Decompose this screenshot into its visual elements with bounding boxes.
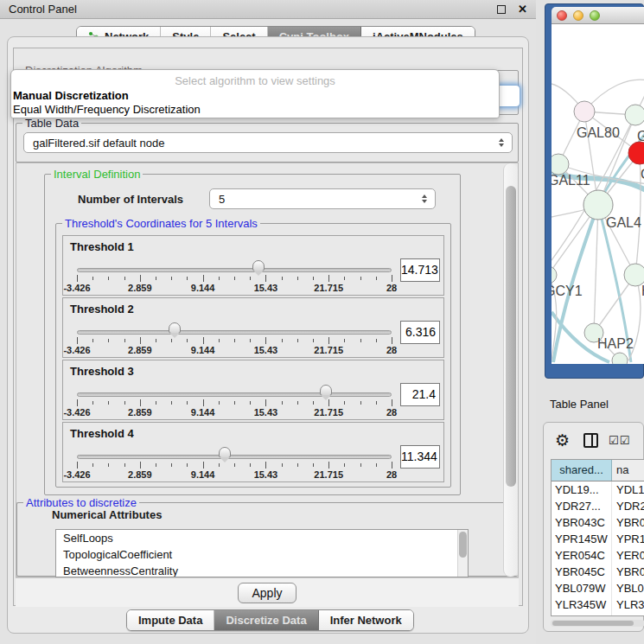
threshold-slider-track[interactable] xyxy=(77,268,392,272)
table-cell: YER0 xyxy=(612,547,644,564)
columns-icon[interactable] xyxy=(583,433,598,448)
column-header-shared[interactable]: shared... xyxy=(552,460,612,481)
zoom-traffic-light-icon[interactable] xyxy=(590,10,600,21)
threshold-slider-track[interactable] xyxy=(77,455,392,459)
network-node[interactable] xyxy=(628,142,644,164)
tick-mark xyxy=(156,339,156,342)
threshold-slider-handle[interactable] xyxy=(169,322,181,334)
tick-mark xyxy=(344,277,345,280)
table-horizontal-scrollbar[interactable] xyxy=(551,620,644,627)
tick-mark xyxy=(282,401,283,405)
tick-mark xyxy=(234,277,235,280)
tick-mark xyxy=(376,339,377,342)
float-window-icon[interactable] xyxy=(497,5,506,14)
table-scroll-thumb[interactable] xyxy=(552,621,634,626)
tick-mark xyxy=(313,401,314,405)
dropdown-item-equal-width-frequency[interactable]: Equal Width/Frequency Discretization xyxy=(11,103,499,117)
settings-scroll-thumb[interactable] xyxy=(506,186,516,487)
table-cell: YPR1 xyxy=(612,531,644,547)
network-canvas[interactable]: GAL80GACGAL11GAL4GCY1HHAP2 xyxy=(552,24,644,364)
table-toolbar xyxy=(544,423,643,457)
close-traffic-light-icon[interactable] xyxy=(557,10,567,21)
threshold-panel: Threshold 3 -3.4262.8599.14415.4321.7152… xyxy=(62,360,444,420)
tick-mark xyxy=(219,401,220,405)
minimize-traffic-light-icon[interactable] xyxy=(573,10,583,21)
node-attribute-table[interactable]: shared... na YDL19...YDL1YDR27...YDR2YBR… xyxy=(551,459,644,616)
apply-button[interactable]: Apply xyxy=(238,583,296,603)
table-row[interactable]: YER054CYER0 xyxy=(552,547,644,564)
list-scroll-thumb[interactable] xyxy=(459,532,467,558)
tick-mark xyxy=(77,275,78,282)
settings-scrollbar[interactable] xyxy=(503,163,518,577)
numerical-attributes-label: Numerical Attributes xyxy=(52,508,162,521)
interval-definition-section: Interval Definition Number of Intervals … xyxy=(44,174,461,495)
threshold-slider-handle[interactable] xyxy=(252,260,265,271)
numerical-attributes-list[interactable]: SelfLoopsTopologicalCoefficientBetweenne… xyxy=(55,529,469,577)
checkbox-icons[interactable] xyxy=(609,434,630,447)
table-data-combo[interactable]: galFiltered.sif default node xyxy=(23,132,513,153)
tick-mark xyxy=(250,401,251,405)
attribute-item[interactable]: BetweennessCentrality xyxy=(56,563,468,577)
table-row[interactable]: YDL19...YDL1 xyxy=(552,481,644,498)
tick-mark xyxy=(219,339,220,342)
dropdown-item-manual-discretization[interactable]: Manual Discretization xyxy=(11,89,499,103)
tick-mark xyxy=(392,399,392,406)
network-window[interactable]: GAL80GACGAL11GAL4GCY1HHAP2 xyxy=(552,7,644,364)
scale-label: -3.426 xyxy=(63,469,90,480)
cyni-toolbox-panel: Discretization Algorithm Table Data galF… xyxy=(7,36,529,634)
column-header-name[interactable]: na xyxy=(612,460,644,481)
tick-mark xyxy=(297,463,298,467)
tab-label: Infer Network xyxy=(330,614,402,627)
threshold-value-field[interactable]: 21.4 xyxy=(400,383,440,406)
table-cell: YPR145W xyxy=(552,531,612,547)
table-row[interactable]: YIL052CYIL0 xyxy=(552,613,644,616)
network-node[interactable] xyxy=(552,154,569,175)
node-label: GAL80 xyxy=(577,125,620,140)
network-node[interactable] xyxy=(552,266,557,284)
threshold-label: Threshold 3 xyxy=(70,365,134,378)
table-cell: YBL0 xyxy=(612,580,644,596)
num-intervals-combo[interactable]: 5 xyxy=(209,188,436,209)
slider-scale-labels: -3.4262.8599.14415.4321.71528 xyxy=(77,469,392,481)
table-row[interactable]: YLR345WYLR3 xyxy=(552,596,644,613)
tab-discretize-data[interactable]: Discretize Data xyxy=(214,610,318,630)
threshold-slider-track[interactable] xyxy=(77,330,392,335)
discretize-form: Discretization Algorithm Table Data galF… xyxy=(13,48,523,606)
threshold-panel: Threshold 1 -3.4262.8599.14415.4321.7152… xyxy=(62,235,444,296)
table-row[interactable]: YBL079WYBL0 xyxy=(552,580,644,596)
network-node[interactable] xyxy=(625,105,644,125)
table-cell: YER054C xyxy=(552,547,612,564)
table-row[interactable]: YDR27...YDR2 xyxy=(552,498,644,514)
close-icon[interactable] xyxy=(518,3,527,16)
table-header-row: shared... na xyxy=(552,460,644,481)
tick-mark xyxy=(360,277,361,280)
network-node[interactable] xyxy=(612,353,628,364)
network-node[interactable] xyxy=(574,101,595,122)
gear-icon[interactable] xyxy=(555,432,570,449)
slider-ticks xyxy=(77,337,392,345)
attribute-item[interactable]: TopologicalCoefficient xyxy=(56,546,468,563)
threshold-value-field[interactable]: 14.713 xyxy=(400,258,440,282)
table-row[interactable]: YBR043CYBR0 xyxy=(552,514,644,531)
threshold-slider-track[interactable] xyxy=(77,392,392,397)
network-window-titlebar[interactable] xyxy=(552,7,644,24)
threshold-value-field[interactable]: 11.344 xyxy=(400,445,440,469)
table-row[interactable]: YBR045CYBR0 xyxy=(552,564,644,580)
threshold-slider-handle[interactable] xyxy=(219,447,231,458)
table-data-section: Table Data galFiltered.sif default node xyxy=(16,123,519,163)
combo-spinner-icon xyxy=(499,138,504,147)
slider-ticks xyxy=(77,399,392,407)
tick-mark xyxy=(108,339,109,342)
table-row[interactable]: YPR145WYPR1 xyxy=(552,531,644,547)
scale-label: 28 xyxy=(386,345,397,355)
tick-mark xyxy=(313,277,314,280)
tab-impute-data[interactable]: Impute Data xyxy=(127,610,214,630)
list-scrollbar[interactable] xyxy=(457,530,468,577)
node-label: HAP2 xyxy=(597,336,634,351)
threshold-value-field[interactable]: 6.316 xyxy=(400,321,440,344)
tick-mark xyxy=(108,277,109,280)
tab-infer-network[interactable]: Infer Network xyxy=(319,610,413,630)
table-data-title: Table Data xyxy=(22,117,81,130)
threshold-slider-handle[interactable] xyxy=(320,385,332,396)
attribute-item[interactable]: SelfLoops xyxy=(56,530,468,546)
